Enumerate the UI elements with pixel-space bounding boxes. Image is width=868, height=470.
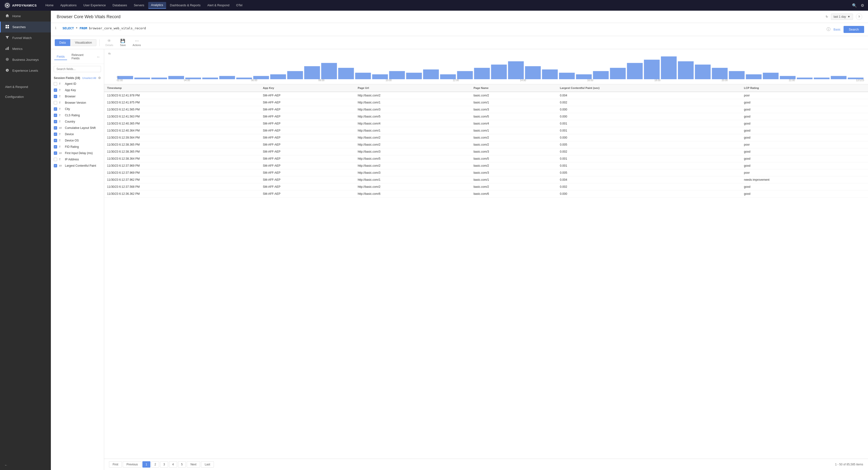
table-row[interactable]: 11/30/23 6:12:41.978 PMSM-AFF-AEPhttp://…	[104, 92, 868, 99]
fields-settings-icon[interactable]: ⚙	[98, 76, 101, 80]
pagination-btn-4[interactable]: 4	[169, 461, 177, 468]
svg-rect-27	[372, 75, 388, 79]
sidebar-item-metrics[interactable]: Metrics	[0, 43, 51, 54]
pagination-btn-first[interactable]: First	[109, 461, 122, 468]
nav-link-applications[interactable]: Applications	[57, 2, 80, 8]
refresh-button[interactable]: ↻	[826, 15, 828, 19]
nav-link-servers[interactable]: Servers	[131, 2, 147, 8]
table-row[interactable]: 11/30/23 6:12:37.962 PMSM-AFF-AEPhttp://…	[104, 176, 868, 183]
field-item-city[interactable]: ✓TCity	[51, 106, 104, 112]
pagination-btn-next[interactable]: Next	[187, 461, 200, 468]
query-editor[interactable]: SELECT * FROM browser_core_web_vitals_re…	[62, 26, 824, 31]
search-button[interactable]: Search	[843, 26, 864, 33]
pagination-btn-3[interactable]: 3	[160, 461, 168, 468]
field-checkbox-cls-rating[interactable]: ✓	[54, 114, 57, 117]
chart-x-label: 18:00	[654, 79, 660, 82]
time-range-selector[interactable]: last 1 day ▼	[831, 13, 853, 20]
sidebar-item-business-journeys[interactable]: Business Journeys	[0, 54, 51, 65]
field-checkbox-cumulative-layout-shift[interactable]: ✓	[54, 126, 57, 129]
pagination-btn-1[interactable]: 1	[143, 461, 150, 468]
field-item-device[interactable]: ✓TDevice	[51, 131, 104, 137]
table-row[interactable]: 11/30/23 6:12:41.975 PMSM-AFF-AEPhttp://…	[104, 99, 868, 106]
fields-panel-collapse-arrow[interactable]: ←	[97, 55, 100, 59]
nav-link-dashboards-&-reports[interactable]: Dashboards & Reports	[167, 2, 204, 8]
app-logo[interactable]: APPDYNAMICS	[4, 2, 37, 9]
field-checkbox-browser-version[interactable]	[54, 101, 57, 105]
sidebar-item-funnel-watch[interactable]: Funnel Watch	[0, 32, 51, 43]
pagination-btn-5[interactable]: 5	[178, 461, 186, 468]
tab-data[interactable]: Data	[55, 39, 70, 46]
table-row[interactable]: 11/30/23 6:12:36.362 PMSM-AFF-AEPhttp://…	[104, 190, 868, 198]
nav-link-alert-&-respond[interactable]: Alert & Respond	[205, 2, 232, 8]
pagination-btn-2[interactable]: 2	[151, 461, 159, 468]
field-checkbox-app-key[interactable]: ✓	[54, 88, 57, 92]
field-checkbox-ip-address[interactable]	[54, 158, 57, 161]
table-row[interactable]: 11/30/23 6:12:41.563 PMSM-AFF-AEPhttp://…	[104, 113, 868, 120]
sidebar-item-alert-&-respond[interactable]: Alert & Respond	[0, 82, 51, 92]
nav-link-home[interactable]: Home	[42, 2, 56, 8]
nav-link-user-experience[interactable]: User Experience	[81, 2, 108, 8]
nav-link-otel[interactable]: OTel	[233, 2, 245, 8]
field-item-app-key[interactable]: ✓TApp Key	[51, 87, 104, 93]
fields-tab-relevant-fields[interactable]: Relevant Fields	[69, 52, 95, 62]
field-checkbox-city[interactable]: ✓	[54, 107, 57, 111]
table-cell-lcp-rating: good	[741, 134, 868, 141]
field-item-browser-version[interactable]: TBrowser Version	[51, 99, 104, 106]
toolbar-action-actions[interactable]: ⋯Actions	[130, 37, 144, 48]
field-item-ip-address[interactable]: TIP Address	[51, 156, 104, 163]
basic-link[interactable]: Basic	[833, 28, 840, 31]
svg-rect-31	[440, 75, 456, 79]
pagination-btn-last[interactable]: Last	[201, 461, 214, 468]
svg-rect-34	[491, 64, 507, 79]
table-row[interactable]: 11/30/23 6:12:40.365 PMSM-AFF-AEPhttp://…	[104, 120, 868, 127]
chart-x-label: 08:00	[318, 79, 324, 82]
fields-search-input[interactable]	[54, 66, 101, 72]
nav-link-databases[interactable]: Databases	[110, 2, 130, 8]
table-row[interactable]: 11/30/23 6:12:41.565 PMSM-AFF-AEPhttp://…	[104, 106, 868, 113]
field-item-largest-contentful-paint[interactable]: ✓##Largest Contentful Paint	[51, 163, 104, 169]
sql-keyword-select: SELECT	[62, 26, 74, 30]
pagination-btn-previous[interactable]: Previous	[123, 461, 142, 468]
field-item-fid-rating[interactable]: ✓TFID Rating	[51, 144, 104, 150]
field-item-device-os[interactable]: ✓TDevice OS	[51, 137, 104, 144]
field-checkbox-browser[interactable]: ✓	[54, 95, 57, 98]
tab-visualization[interactable]: Visualization	[70, 39, 96, 46]
table-row[interactable]: 11/30/23 6:12:38.365 PMSM-AFF-AEPhttp://…	[104, 148, 868, 155]
sidebar-item-configuration[interactable]: Configuration	[0, 92, 51, 102]
sidebar-back-button[interactable]: ←	[0, 460, 51, 470]
nav-link-analytics[interactable]: Analytics	[148, 2, 166, 9]
table-row[interactable]: 11/30/23 6:12:37.568 PMSM-AFF-AEPhttp://…	[104, 183, 868, 190]
field-checkbox-first-input-delay-(ms)[interactable]: ✓	[54, 151, 57, 155]
table-row[interactable]: 11/30/23 6:12:38.365 PMSM-AFF-AEPhttp://…	[104, 141, 868, 148]
toolbar-action-save[interactable]: 💾Save	[117, 37, 129, 48]
field-item-country[interactable]: ✓TCountry	[51, 118, 104, 125]
field-item-cumulative-layout-shift[interactable]: ✓##Cumulative Layout Shift	[51, 125, 104, 131]
help-button[interactable]: ?	[856, 13, 862, 20]
query-help-icon[interactable]: ⓘ	[827, 27, 831, 32]
field-item-cls-rating[interactable]: ✓TCLS Rating	[51, 112, 104, 118]
field-checkbox-largest-contentful-paint[interactable]: ✓	[54, 164, 57, 168]
sidebar-item-home[interactable]: Home	[0, 11, 51, 22]
table-row[interactable]: 11/30/23 6:12:37.969 PMSM-AFF-AEPhttp://…	[104, 169, 868, 176]
unselect-all-link[interactable]: Unselect All	[82, 77, 96, 80]
field-item-first-input-delay-(ms)[interactable]: ✓##First Input Delay (ms)	[51, 150, 104, 156]
field-item-agent-id[interactable]: TAgent ID	[51, 81, 104, 87]
table-cell-app-key: SM-AFF-AEP	[260, 162, 355, 169]
field-item-browser[interactable]: ✓TBrowser	[51, 93, 104, 99]
table-row[interactable]: 11/30/23 6:12:37.969 PMSM-AFF-AEPhttp://…	[104, 162, 868, 169]
field-checkbox-device-os[interactable]: ✓	[54, 139, 57, 142]
field-checkbox-device[interactable]: ✓	[54, 133, 57, 136]
field-checkbox-fid-rating[interactable]: ✓	[54, 145, 57, 148]
fields-tab-fields[interactable]: Fields	[54, 54, 67, 60]
sidebar-item-experience-levels[interactable]: Experience Levels	[0, 65, 51, 76]
field-checkbox-country[interactable]: ✓	[54, 120, 57, 123]
table-col-page-url: Page Url	[355, 84, 471, 92]
gear-icon[interactable]: ⚙	[861, 3, 864, 8]
table-row[interactable]: 11/30/23 6:12:39.564 PMSM-AFF-AEPhttp://…	[104, 134, 868, 141]
table-row[interactable]: 11/30/23 6:12:38.364 PMSM-AFF-AEPhttp://…	[104, 155, 868, 162]
fields-list: TAgent ID✓TApp Key✓TBrowserTBrowser Vers…	[51, 81, 104, 470]
sidebar-item-searches[interactable]: Searches	[0, 22, 51, 32]
search-icon[interactable]: 🔍	[852, 3, 857, 8]
field-checkbox-agent-id[interactable]	[54, 82, 57, 86]
table-row[interactable]: 11/30/23 6:12:40.364 PMSM-AFF-AEPhttp://…	[104, 127, 868, 134]
